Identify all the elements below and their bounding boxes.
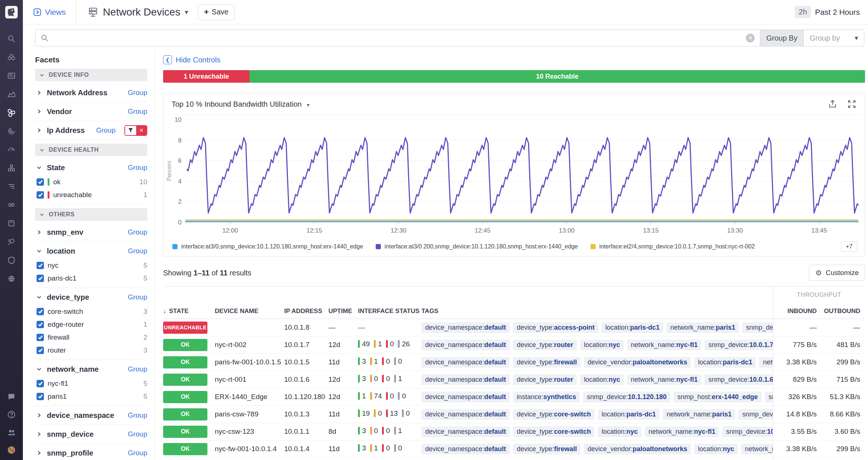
state-badge[interactable]: OK [163,443,207,455]
table-row[interactable]: OKnyc-fw-001-10.0.1.410.0.1.411d3100devi… [163,440,865,458]
security-icon[interactable] [7,255,16,265]
table-row[interactable]: OKnyc-edgrt-00110.0.1.912d3001device_nam… [163,458,865,460]
monitors-icon[interactable] [7,145,16,154]
column-header-inbound[interactable]: INBOUND [773,308,817,315]
chevron-right-icon[interactable] [37,230,42,235]
facet-section-header[interactable]: DEVICE HEALTH [35,144,147,156]
legend-item[interactable]: interface:at3/0.200,snmp_device:10.1.120… [376,243,578,250]
checkbox-checked[interactable] [37,334,44,341]
tag-pill[interactable]: device_type:firewall [513,444,581,454]
tag-pill[interactable]: device_type:core-switch [513,409,595,420]
tag-pill[interactable]: snmp_host:erx-1440_edge [674,392,761,402]
export-icon[interactable] [828,99,837,109]
tag-pill[interactable]: device_type:router [513,340,577,350]
state-badge[interactable]: OK [163,408,207,420]
state-badge[interactable]: UNREACHABLE [163,322,207,334]
table-row[interactable]: OKnyc-rt-00110.0.1.612d3001device_namesp… [163,371,865,388]
metrics-icon[interactable] [7,89,16,99]
chevron-right-icon[interactable] [37,90,42,95]
tag-pill[interactable]: device_namespace:default [421,426,510,437]
facet-item-router[interactable]: router3 [37,345,147,355]
chevron-down-icon[interactable] [37,367,42,372]
time-range-badge[interactable]: 2h [795,6,810,18]
clear-search-icon[interactable]: ✕ [746,34,755,42]
cell-device-name[interactable]: nyc-rt-001 [215,375,284,384]
table-row[interactable]: OKparis-csw-78910.0.1.311d190130device_n… [163,406,865,423]
checkbox-checked[interactable] [37,393,44,400]
facet-item-core-switch[interactable]: core-switch3 [37,306,147,316]
tag-pill[interactable]: network_name:paris1 [663,409,735,420]
avatar[interactable] [7,445,16,455]
column-header-state[interactable]: ↓STATE [163,308,215,315]
users-icon[interactable] [7,428,16,437]
tag-pill[interactable]: location:nyc [580,374,624,385]
tag-pill[interactable]: snmp_device:10.0.1.3 [738,409,773,420]
status-segment-reachable[interactable]: 10 Reachable [249,70,865,83]
tag-pill[interactable]: location:paris-dc1 [694,357,756,368]
tag-pill[interactable]: device_type:core-switch [513,426,595,437]
facet-group-header[interactable]: device_typeGroup [37,292,147,302]
facet-group-link[interactable]: Group [128,247,147,255]
facet-group-header[interactable]: snmp_envGroup [37,227,147,237]
facet-group-header[interactable]: device_namespaceGroup [37,411,147,420]
facet-item-unreachable[interactable]: unreachable1 [37,190,147,200]
checkbox-checked[interactable] [37,191,44,199]
facet-group-link[interactable]: Group [128,164,147,172]
state-badge[interactable]: OK [163,356,207,368]
facet-group-header[interactable]: snmp_deviceGroup [37,429,147,439]
tag-pill[interactable]: snmp_device:10.0.1.7 [705,340,773,350]
facet-section-header[interactable]: DEVICE INFO [35,69,147,81]
tag-pill[interactable]: snmp_device:10.1.120.180 [583,392,670,402]
column-header-tags[interactable]: TAGS [421,308,773,315]
tag-pill[interactable]: network_name:nyc-fl1 [627,374,701,385]
remove-filter-icon[interactable]: ✕ [136,126,147,135]
facet-group-header[interactable]: network_nameGroup [37,364,147,374]
chevron-right-icon[interactable] [37,413,42,418]
tag-pill[interactable]: snmp_profile... [765,392,773,402]
column-header-interface-status[interactable]: INTERFACE STATUS [358,308,421,315]
tag-pill[interactable]: network_name:nyc-fl1 [627,340,701,350]
tag-pill[interactable]: device_namespace:default [421,392,510,402]
integrations-icon[interactable] [7,163,16,173]
tag-pill[interactable]: location:nyc [580,340,624,350]
search-icon[interactable] [7,34,16,44]
cell-device-name[interactable]: nyc-csw-123 [215,428,284,436]
datadog-logo[interactable] [0,0,23,24]
log-explorer-icon[interactable] [7,237,16,247]
tag-pill[interactable]: network_name:nyc-... [741,444,773,454]
chevron-down-icon[interactable] [37,248,42,254]
tag-pill[interactable]: location:paris-dc1 [598,409,659,420]
facet-filter-pill[interactable]: ✕ [124,125,147,136]
facet-group-link[interactable]: Group [128,430,147,438]
tag-pill[interactable]: snmp_device:10.0.1.6 [705,374,773,385]
facet-item-paris1[interactable]: paris15 [37,391,147,401]
cell-device-name[interactable]: nyc-fw-001-10.0.1.4 [215,445,284,453]
checkbox-checked[interactable] [37,347,44,354]
facet-group-link[interactable]: Group [128,107,147,116]
facet-group-link[interactable]: Group [128,365,147,373]
tag-pill[interactable]: network_name:paris1 [666,322,739,333]
tag-pill[interactable]: device_type:firewall [513,357,581,368]
views-button[interactable]: Views [23,0,76,24]
checkbox-checked[interactable] [37,380,44,387]
time-range-label[interactable]: Past 2 Hours [815,8,860,17]
bandwidth-chart[interactable]: 024681012:0012:1512:3012:4513:0013:1513:… [163,114,865,236]
facet-group-header[interactable]: locationGroup [37,246,147,256]
chart-title[interactable]: Top 10 % Inbound Bandwidth Utilization▾ [172,100,309,109]
facet-group-link[interactable]: Group [128,228,147,236]
facet-item-ok[interactable]: ok10 [37,177,147,187]
table-row[interactable]: OKnyc-csw-12310.0.1.18d3001device_namesp… [163,423,865,440]
tag-pill[interactable]: device_vendor:paloaltonetworks [584,444,691,454]
legend-item[interactable]: interface:et2/4,snmp_device:10.0.1.7,snm… [590,243,755,250]
facet-item-edge-router[interactable]: edge-router1 [37,319,147,329]
checkbox-checked[interactable] [37,178,44,186]
tag-pill[interactable]: location:paris-dc1 [602,322,663,333]
facet-group-link[interactable]: Group [128,293,147,301]
facet-item-nyc-fl1[interactable]: nyc-fl15 [37,378,147,388]
state-badge[interactable]: OK [163,339,207,351]
column-header-device-name[interactable]: DEVICE NAME [215,308,284,315]
tag-pill[interactable]: location:nyc [694,444,738,454]
chevron-down-icon[interactable] [37,165,42,170]
cell-device-name[interactable]: paris-csw-789 [215,410,284,418]
watchdog-icon[interactable] [7,52,16,62]
